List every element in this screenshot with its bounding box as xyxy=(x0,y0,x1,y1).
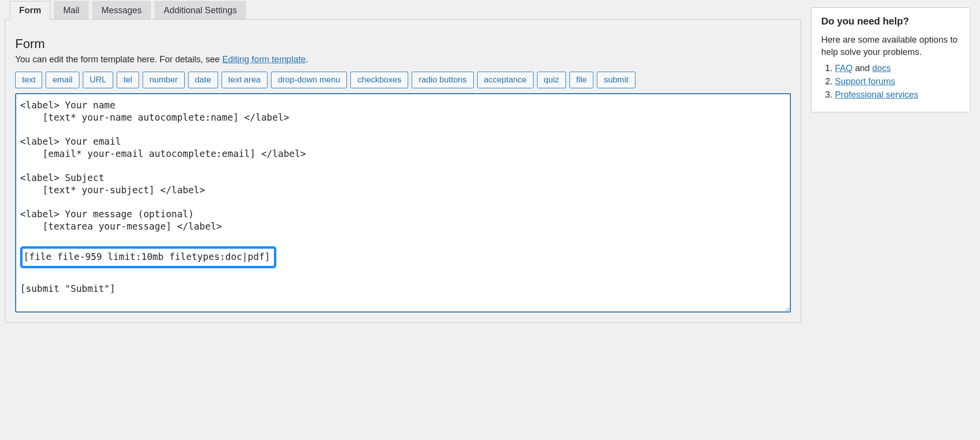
tag-textarea-button[interactable]: text area xyxy=(221,72,268,88)
panel-description-prefix: You can edit the form template here. For… xyxy=(15,54,222,64)
tag-radio-button[interactable]: radio buttons xyxy=(412,72,473,88)
tag-file-button[interactable]: file xyxy=(569,72,594,88)
support-forums-link[interactable]: Support forums xyxy=(835,77,895,86)
code-line: [textarea your-message] </label> xyxy=(20,220,786,233)
form-template-editor[interactable]: <label> Your name [text* your-name autoc… xyxy=(15,93,791,312)
panel-heading: Form xyxy=(15,36,791,52)
help-box: Do you need help? Here are some availabl… xyxy=(811,7,970,112)
code-line: [submit "Submit"] xyxy=(20,283,786,295)
help-item-pro: Professional services xyxy=(835,90,960,100)
panel-description: You can edit the form template here. For… xyxy=(15,54,791,65)
code-line: [text* your-subject] </label> xyxy=(20,184,786,196)
code-line xyxy=(20,233,786,245)
help-item-faq-sep: and xyxy=(853,63,872,73)
code-line: <label> Your email xyxy=(20,135,786,148)
code-line: <label> Subject xyxy=(20,172,786,184)
form-panel: Form You can edit the form template here… xyxy=(5,19,801,323)
tag-submit-button[interactable]: submit xyxy=(597,72,635,88)
tab-additional-settings[interactable]: Additional Settings xyxy=(154,1,246,20)
panel-description-suffix: . xyxy=(306,54,308,64)
help-item-forums: Support forums xyxy=(835,77,960,87)
tag-email-button[interactable]: email xyxy=(46,72,79,88)
faq-link[interactable]: FAQ xyxy=(835,63,853,73)
tag-number-button[interactable]: number xyxy=(143,72,185,88)
docs-link[interactable]: docs xyxy=(872,63,891,73)
help-item-faq: FAQ and docs xyxy=(835,63,960,74)
editing-template-link[interactable]: Editing form template xyxy=(222,54,306,64)
help-title: Do you need help? xyxy=(821,16,960,27)
tag-date-button[interactable]: date xyxy=(188,72,218,88)
tag-checkboxes-button[interactable]: checkboxes xyxy=(350,72,408,88)
tag-quiz-button[interactable]: quiz xyxy=(537,72,566,88)
tag-url-button[interactable]: URL xyxy=(83,72,113,88)
tab-form[interactable]: Form xyxy=(10,1,50,20)
code-line xyxy=(20,196,786,208)
code-line xyxy=(20,270,786,283)
code-line: [email* your-email autocomplete:email] <… xyxy=(20,148,786,160)
tab-mail[interactable]: Mail xyxy=(54,1,89,20)
tag-tel-button[interactable]: tel xyxy=(117,72,139,88)
code-line: <label> Your name xyxy=(20,99,786,111)
help-intro: Here are some available options to help … xyxy=(821,34,960,58)
code-line xyxy=(20,123,786,135)
highlighted-file-tag: [file file-959 limit:10mb filetypes:doc|… xyxy=(20,246,276,268)
code-line: [text* your-name autocomplete:name] </la… xyxy=(20,111,786,124)
tab-messages[interactable]: Messages xyxy=(92,1,151,20)
tag-text-button[interactable]: text xyxy=(15,72,42,88)
tabs-bar: Form Mail Messages Additional Settings xyxy=(5,1,801,20)
tag-dropdown-button[interactable]: drop-down menu xyxy=(271,72,347,88)
code-line xyxy=(20,159,786,172)
tag-acceptance-button[interactable]: acceptance xyxy=(477,72,534,88)
code-line xyxy=(20,294,786,307)
help-list: FAQ and docs Support forums Professional… xyxy=(821,63,960,100)
code-line: <label> Your message (optional) xyxy=(20,208,786,220)
tag-buttons-row: text email URL tel number date text area… xyxy=(15,72,791,88)
professional-services-link[interactable]: Professional services xyxy=(835,90,918,100)
